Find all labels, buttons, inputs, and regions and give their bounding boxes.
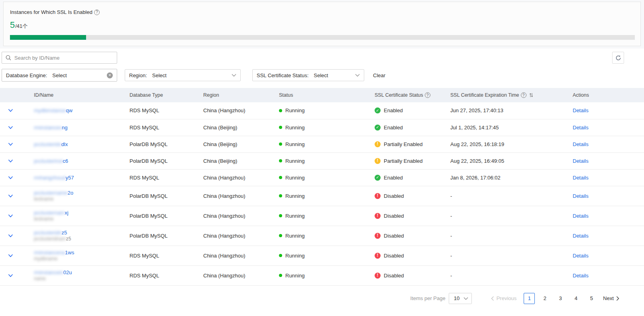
details-link[interactable]: Details	[573, 141, 589, 147]
details-link[interactable]: Details	[573, 273, 589, 279]
details-link[interactable]: Details	[573, 213, 589, 219]
instance-id-link[interactable]: rminstancein02u	[34, 269, 72, 275]
page-button-3[interactable]: 3	[555, 293, 566, 304]
instance-id-link[interactable]: pcclustername2o	[34, 190, 73, 196]
instance-id-link[interactable]: pcclusteridnz5	[34, 230, 67, 236]
id-name-cell: pcclusteridsdlx	[24, 136, 128, 152]
region-cell: China (Hangzhou)	[201, 206, 277, 226]
redacted-id: rmhangzhoud	[34, 175, 66, 181]
instances-panel: Database Engine: Select ✕ Region: Select…	[0, 49, 644, 316]
details-link[interactable]: Details	[573, 193, 589, 199]
instance-id-link[interactable]: pcclusternamxj	[34, 210, 69, 216]
id-suffix: xj	[65, 210, 68, 216]
ssl-status-cell: !Disabled	[373, 265, 448, 285]
ssl-expiry-help-icon[interactable]: ?	[521, 92, 526, 98]
database-engine-label: Database Engine:	[6, 72, 47, 78]
expand-row-icon[interactable]	[8, 109, 13, 112]
summary-help-icon[interactable]: ?	[94, 10, 100, 15]
ssl-certificate-status-filter[interactable]: SSL Certificate Status: Select	[252, 69, 364, 81]
ssl-status-help-icon[interactable]: ?	[425, 92, 430, 98]
details-link[interactable]: Details	[573, 125, 589, 131]
details-link[interactable]: Details	[573, 107, 589, 113]
ssl-summary-card: Instances for Which SSL Is Enabled ? 5 /…	[3, 2, 641, 46]
instance-name: name	[34, 276, 128, 281]
refresh-button[interactable]	[612, 52, 624, 64]
actions-cell: Details	[552, 136, 644, 152]
running-status-dot	[279, 254, 282, 257]
header-ssl-expiry: SSL Certificate Expiration Time?	[448, 88, 552, 102]
expand-row-icon[interactable]	[8, 194, 13, 198]
ssl-partial-icon: !	[375, 158, 381, 164]
details-link[interactable]: Details	[573, 175, 589, 181]
id-name-cell: rminstancesng	[24, 119, 128, 136]
actions-cell: Details	[552, 119, 644, 136]
ssl-enabled-icon: ✓	[375, 125, 381, 131]
ssl-status-cell: !Disabled	[373, 206, 448, 226]
ssl-status-text: Disabled	[384, 253, 404, 259]
search-icon	[6, 55, 11, 60]
expand-row-icon[interactable]	[8, 254, 13, 257]
previous-page-button[interactable]: Previous	[491, 295, 517, 301]
region-cell: China (Hangzhou)	[201, 265, 277, 285]
items-per-page-select[interactable]: 10	[449, 293, 472, 304]
table-row: mydbinstanceqwRDS MySQLChina (Hangzhou)R…	[0, 102, 644, 119]
region-filter-value: Select	[152, 72, 167, 78]
expand-cell	[0, 169, 24, 186]
expand-row-icon[interactable]	[8, 176, 13, 179]
page-button-1[interactable]: 1	[524, 293, 535, 304]
id-suffix: 1ws	[65, 250, 74, 256]
next-page-button[interactable]: Next	[603, 295, 619, 301]
running-status-dot	[279, 142, 282, 146]
clear-engine-filter-icon[interactable]: ✕	[107, 72, 113, 78]
clear-filters-link[interactable]: Clear	[373, 72, 385, 78]
details-link[interactable]: Details	[573, 158, 589, 164]
redacted-name: pcclusteridnam	[34, 236, 66, 242]
running-status-dot	[279, 194, 282, 197]
database-engine-filter[interactable]: Database Engine: Select ✕	[2, 69, 117, 82]
id-name-cell: pcclusteridnz5pcclusteridnamz5	[24, 226, 128, 246]
ssl-enabled-icon: ✓	[375, 175, 381, 181]
summary-title: Instances for Which SSL Is Enabled	[10, 9, 92, 15]
instance-id-link[interactable]: pcclusteridsdlx	[34, 141, 68, 147]
instance-id-link[interactable]: mydbinstanceqw	[34, 107, 73, 113]
id-name-cell: mydbinstanceqw	[24, 102, 128, 119]
database-type-cell: RDS MySQL	[128, 169, 201, 186]
details-link[interactable]: Details	[573, 233, 589, 239]
search-box[interactable]	[2, 52, 117, 64]
instance-id-link[interactable]: pcclusterinstc6	[34, 158, 68, 164]
ssl-enabled-count: 5	[10, 20, 15, 30]
redacted-name: testname	[34, 196, 53, 202]
expand-row-icon[interactable]	[8, 274, 13, 277]
sort-icon[interactable]	[529, 93, 533, 98]
region-filter[interactable]: Region: Select	[125, 69, 241, 81]
redacted-id: pcclusteridn	[34, 230, 61, 236]
instance-id-link[interactable]: rminstancesng	[34, 125, 68, 131]
instance-id-link[interactable]: rminstancena1ws	[34, 250, 74, 256]
status-text: Running	[285, 175, 304, 181]
instance-id-link[interactable]: rmhangzhoudy57	[34, 175, 74, 181]
expand-row-icon[interactable]	[8, 159, 13, 163]
expand-row-icon[interactable]	[8, 234, 13, 238]
page-button-5[interactable]: 5	[586, 293, 597, 304]
page-button-4[interactable]: 4	[570, 293, 581, 304]
chevron-left-icon	[491, 296, 494, 301]
status-cell: Running	[277, 102, 373, 119]
page-button-2[interactable]: 2	[539, 293, 550, 304]
table-row: pcclusteridsdlxPolarDB MySQLChina (Beiji…	[0, 136, 644, 152]
expand-row-icon[interactable]	[8, 214, 13, 218]
actions-cell: Details	[552, 102, 644, 119]
actions-cell: Details	[552, 226, 644, 246]
search-input[interactable]	[14, 55, 113, 61]
status-text: Running	[285, 158, 304, 164]
ssl-instances-page: Instances for Which SSL Is Enabled ? 5 /…	[0, 2, 644, 316]
ssl-progress-bar	[10, 35, 635, 40]
ssl-expiry-cell: -	[448, 246, 552, 265]
expand-row-icon[interactable]	[8, 126, 13, 129]
redacted-id: pcclusterids	[34, 141, 61, 147]
header-ssl-status: SSL Certificate Status?	[373, 88, 448, 102]
details-link[interactable]: Details	[573, 253, 589, 259]
instance-name: pcclusteridnamz5	[34, 236, 128, 242]
actions-cell: Details	[552, 152, 644, 169]
expand-row-icon[interactable]	[8, 142, 13, 146]
expand-cell	[0, 265, 24, 285]
